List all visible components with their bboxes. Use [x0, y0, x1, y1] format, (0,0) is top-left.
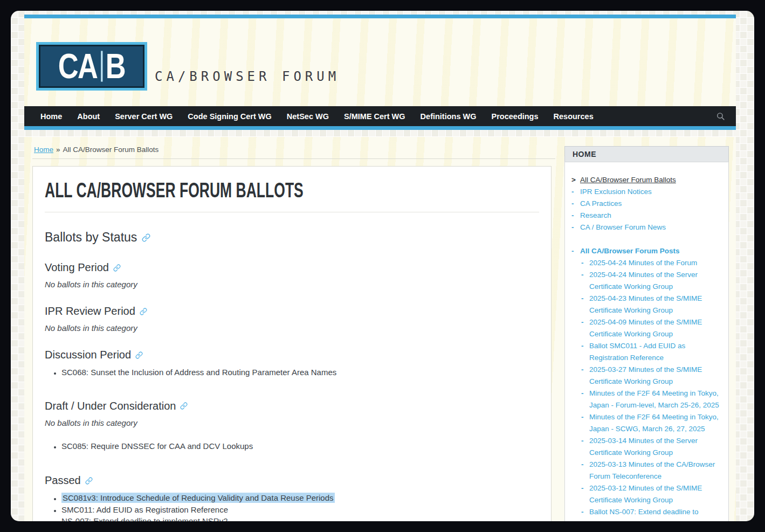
site-name: CA/BROWSER FORUM: [155, 69, 340, 84]
ballot-link[interactable]: SC068: Sunset the Inclusion of Address a…: [61, 367, 539, 378]
logo-text-b: B: [106, 49, 125, 84]
sidebar-post-item[interactable]: - 2025-04-23 Minutes of the S/MIME Certi…: [571, 293, 723, 316]
logo-divider: [101, 51, 103, 81]
ballot-link[interactable]: NS-007: Extend deadline to implement NSR…: [61, 515, 539, 521]
sidebar-item-all-posts[interactable]: - All CA/Browser Forum Posts: [571, 245, 723, 257]
nav-item[interactable]: Home: [33, 106, 70, 126]
dash-marker: -: [571, 210, 580, 222]
heading-voting-period: Voting Period: [45, 261, 539, 274]
ballot-link[interactable]: SC085: Require DNSSEC for CAA and DCV Lo…: [61, 440, 539, 452]
search-icon: [716, 112, 725, 121]
ballot-link[interactable]: SC081v3: Introduce Schedule of Reducing …: [61, 492, 539, 504]
heading-draft-under-consideration: Draft / Under Consideration: [45, 400, 539, 412]
nav-item[interactable]: Resources: [546, 106, 601, 126]
link-icon[interactable]: [85, 477, 93, 485]
sidebar-item[interactable]: - Research: [571, 210, 723, 222]
sidebar-post-item[interactable]: - 2025-03-12 Minutes of the S/MIME Certi…: [571, 482, 723, 506]
link-icon[interactable]: [140, 308, 147, 315]
heading-passed: Passed: [45, 474, 539, 487]
dash-marker: -: [571, 198, 580, 210]
nav-items: Home About Server Cert WG Code Signing C…: [33, 106, 601, 126]
dash-marker: -: [581, 364, 589, 388]
breadcrumb-current: All CA/Browser Forum Ballots: [63, 146, 159, 154]
sidebar-title: HOME: [564, 146, 729, 162]
cab-logo[interactable]: CA B: [36, 42, 147, 91]
dash-marker: -: [581, 411, 589, 435]
sidebar-post-item[interactable]: - 2025-03-13 Minutes of the CA/Browser F…: [571, 459, 723, 482]
spacer: [24, 130, 736, 137]
nav-item[interactable]: Definitions WG: [413, 106, 484, 126]
dash-marker: -: [571, 186, 580, 198]
ballot-link[interactable]: SMC011: Add EUID as Registration Referen…: [61, 504, 539, 516]
dash-marker: -: [581, 459, 589, 482]
breadcrumb-home-link[interactable]: Home: [34, 146, 53, 154]
page-title: ALL CA/BROWSER FORUM BALLOTS: [45, 181, 539, 201]
logo-text-ca: CA: [58, 49, 98, 84]
nav-item[interactable]: Proceedings: [484, 106, 546, 126]
site-header: CA B CA/BROWSER FORUM: [24, 18, 736, 106]
dash-marker: -: [581, 435, 589, 459]
sidebar-post-item[interactable]: - 2025-03-14 Minutes of the Server Certi…: [571, 435, 723, 459]
link-icon[interactable]: [135, 351, 143, 359]
dash-marker: -: [581, 388, 589, 411]
heading-ipr-review-period: IPR Review Period: [45, 305, 539, 317]
main-nav: Home About Server Cert WG Code Signing C…: [24, 106, 736, 126]
sidebar-item-current[interactable]: > All CA/Browser Forum Ballots: [571, 174, 723, 186]
dash-marker: -: [581, 269, 589, 293]
breadcrumb-separator: »: [56, 146, 60, 154]
heading-ballots-by-status: Ballots by Status: [45, 230, 539, 245]
dash-marker: -: [581, 316, 589, 340]
sidebar-post-item[interactable]: - 2025-04-24 Minutes of the Server Certi…: [571, 269, 723, 293]
top-accent-bar: [24, 15, 736, 18]
dash-marker: -: [581, 506, 589, 521]
main-content-card: ALL CA/BROWSER FORUM BALLOTS Ballots by …: [32, 166, 552, 521]
title-divider: [45, 212, 539, 212]
link-icon[interactable]: [113, 264, 121, 272]
search-button[interactable]: [711, 106, 729, 126]
sidebar-post-item[interactable]: - Minutes of the F2F 64 Meeting in Tokyo…: [571, 388, 723, 411]
sidebar-item[interactable]: - CA / Browser Forum News: [571, 222, 723, 233]
sidebar-post-item[interactable]: - Ballot NS-007: Extend deadline to impl…: [571, 506, 723, 521]
empty-category-note: No ballots in this category: [45, 280, 539, 289]
sidebar: HOME > All CA/Browser Forum Ballots - IP…: [564, 146, 729, 521]
sidebar-post-item[interactable]: - 2025-03-27 Minutes of the S/MIME Certi…: [571, 364, 723, 388]
nav-item[interactable]: Server Cert WG: [107, 106, 180, 126]
breadcrumb: Home»All CA/Browser Forum Ballots: [32, 144, 555, 159]
draft-ballot-list: SC085: Require DNSSEC for CAA and DCV Lo…: [45, 440, 539, 452]
current-marker: >: [571, 174, 580, 186]
nav-item[interactable]: S/MIME Cert WG: [336, 106, 413, 126]
link-icon[interactable]: [142, 233, 150, 242]
heading-discussion-period: Discussion Period: [45, 349, 539, 361]
dash-marker: -: [581, 482, 589, 506]
sidebar-post-item[interactable]: - Minutes of the F2F 64 Meeting in Tokyo…: [571, 411, 723, 435]
nav-item[interactable]: NetSec WG: [279, 106, 336, 126]
sidebar-post-item[interactable]: - Ballot SMC011 - Add EUID as Registrati…: [571, 340, 723, 364]
dash-marker: -: [571, 245, 580, 257]
sidebar-links: - IPR Exclusion Notices - CA Practices -: [571, 186, 723, 233]
dash-marker: -: [581, 340, 589, 364]
sidebar-posts: - 2025-04-24 Minutes of the Forum - 2025…: [571, 257, 723, 521]
empty-category-note: No ballots in this category: [45, 418, 539, 427]
sidebar-nav: > All CA/Browser Forum Ballots - IPR Exc…: [564, 162, 729, 521]
dash-marker: -: [571, 222, 580, 233]
nav-item[interactable]: About: [70, 106, 107, 126]
discussion-ballot-list: SC068: Sunset the Inclusion of Address a…: [45, 367, 539, 378]
dash-marker: -: [581, 293, 589, 316]
content-area: Home»All CA/Browser Forum Ballots ALL CA…: [24, 137, 736, 521]
dash-marker: -: [581, 257, 589, 269]
nav-item[interactable]: Code Signing Cert WG: [180, 106, 279, 126]
empty-category-note: No ballots in this category: [45, 323, 539, 333]
nav-accent-bar: [24, 126, 736, 130]
sidebar-item[interactable]: - IPR Exclusion Notices: [571, 186, 723, 198]
sidebar-post-item[interactable]: - 2025-04-09 Minutes of the S/MIME Certi…: [571, 316, 723, 340]
passed-ballot-list: SC081v3: Introduce Schedule of Reducing …: [45, 492, 539, 521]
sidebar-item[interactable]: - CA Practices: [571, 198, 723, 210]
sidebar-post-item[interactable]: - 2025-04-24 Minutes of the Forum: [571, 257, 723, 269]
page: CA B CA/BROWSER FORUM Home About Server …: [24, 15, 736, 521]
link-icon[interactable]: [180, 402, 188, 410]
browser-window: CA B CA/BROWSER FORUM Home About Server …: [11, 11, 754, 521]
